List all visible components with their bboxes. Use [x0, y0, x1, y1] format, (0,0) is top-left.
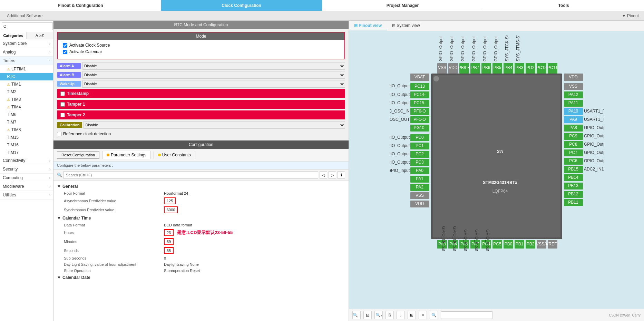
calendar-time-group-header[interactable]: ▼ Calendar Time	[57, 214, 345, 222]
chevron-right-icon: ›	[49, 193, 50, 197]
alarm-b-select[interactable]: Disable	[82, 71, 345, 79]
svg-text:PB1: PB1	[515, 242, 523, 246]
sidebar-item-timers[interactable]: Timers ˅	[0, 57, 53, 65]
sidebar-item-analog[interactable]: Analog ›	[0, 48, 53, 57]
tab-param-settings[interactable]: Parameter Settings	[102, 151, 151, 159]
param-search-input[interactable]	[64, 171, 318, 179]
tab-dot-yellow-icon	[158, 154, 161, 156]
svg-text:GPIO_Output: GPIO_Output	[482, 36, 487, 61]
tab-az[interactable]: A->Z	[27, 32, 53, 39]
sidebar-sub-lptim1[interactable]: ⚠ LPTIM1	[0, 65, 53, 73]
timestamp-checkbox[interactable]	[60, 91, 65, 96]
async-prediv-row: Asynchronous Predivider value 125	[57, 196, 345, 205]
sidebar-item-utilities[interactable]: Utilities ›	[0, 191, 53, 200]
prev-result-icon[interactable]: ◁	[320, 171, 327, 179]
svg-text:PA8: PA8	[569, 125, 577, 130]
search-chip-icon[interactable]: 🔍	[430, 311, 438, 319]
zoom-in-icon[interactable]: 🔍+	[352, 311, 361, 319]
sidebar-item-computing[interactable]: Computing ›	[0, 174, 53, 182]
nav-pinout[interactable]: Pinout & Configuration	[0, 0, 161, 11]
tamper1-row[interactable]: Tamper 1	[57, 100, 345, 109]
info-icon[interactable]: ℹ	[338, 171, 345, 179]
sidebar-item-middleware[interactable]: Middleware ›	[0, 182, 53, 191]
svg-text:RCC_OSC_IN: RCC_OSC_IN	[390, 109, 410, 114]
daylight-row: Day Light Saving: value of hour adjustme…	[57, 261, 345, 268]
sidebar-sub-tim17[interactable]: TIM17	[0, 149, 53, 156]
copy-icon[interactable]: ⎘	[386, 311, 394, 319]
sidebar-sub-rtc[interactable]: RTC	[0, 73, 53, 80]
warn-icon: ⚠	[7, 105, 10, 109]
next-result-icon[interactable]: ▷	[329, 171, 336, 179]
download-icon[interactable]: ↓	[397, 311, 405, 319]
general-group-header[interactable]: ▼ General	[57, 183, 345, 190]
svg-text:GPIO_Output: GPIO_Output	[584, 142, 604, 147]
svg-text:GPIO_Output: GPIO_Output	[390, 92, 410, 97]
chevron-right-icon: ›	[49, 185, 50, 188]
sidebar-sub-tim6[interactable]: TIM6	[0, 111, 53, 118]
calibration-label: Calibration	[57, 122, 82, 128]
activate-clock-checkbox[interactable]	[63, 43, 67, 48]
pinout-btn[interactable]: ▼ Pinout	[617, 13, 644, 18]
activate-calendar-checkbox[interactable]	[63, 50, 67, 54]
sidebar-tabs: Categories A->Z	[0, 32, 53, 39]
sidebar-item-system-core[interactable]: System Core ›	[0, 39, 53, 48]
tamper2-checkbox[interactable]	[60, 113, 65, 117]
sidebar-sub-tim7[interactable]: TIM7	[0, 118, 53, 126]
list-icon[interactable]: ≡	[419, 311, 427, 319]
tab-categories[interactable]: Categories	[0, 32, 27, 39]
sidebar-search-input[interactable]	[2, 22, 53, 30]
svg-text:PB2: PB2	[526, 242, 534, 246]
params-tree: ▼ General Hour Format Hourformat 24 Asyn…	[53, 181, 349, 321]
fit-icon[interactable]: ⊡	[363, 311, 372, 319]
chip-search-input[interactable]	[441, 311, 492, 319]
alarm-a-select[interactable]: Disable	[82, 62, 345, 70]
sidebar-sub-tim1[interactable]: ⚠ TIM1	[0, 80, 53, 88]
zoom-out-icon[interactable]: 🔍-	[374, 311, 383, 319]
svg-text:GPIO_Output: GPIO_Output	[584, 134, 604, 138]
tab-user-constants[interactable]: User Constants	[154, 151, 195, 159]
calibration-select[interactable]: Disable	[84, 121, 345, 129]
sidebar-item-security[interactable]: Security ›	[0, 165, 53, 174]
right-top-nav: ⊞ Pinout view ⊟ System view	[349, 21, 644, 31]
additional-software[interactable]: Additional Software	[0, 13, 49, 18]
sidebar-sub-tim3[interactable]: ⚠ TIM3	[0, 96, 53, 103]
warn-icon: ⚠	[7, 82, 10, 86]
tamper2-row[interactable]: Tamper 2	[57, 110, 345, 119]
sidebar-item-connectivity[interactable]: Connectivity ›	[0, 156, 53, 165]
mode-section: Mode Activate Clock Source Activate Cale…	[57, 32, 345, 59]
layout-icon[interactable]: ⊞	[408, 311, 416, 319]
ref-clock-checkbox[interactable]	[57, 132, 61, 136]
reset-config-button[interactable]: Reset Configuration	[57, 151, 99, 159]
warn-icon: ⚠	[7, 98, 10, 101]
chevron-right-icon: ›	[49, 159, 50, 163]
nav-tools[interactable]: Tools	[483, 0, 644, 11]
tab-system-view[interactable]: ⊟ System view	[387, 21, 425, 30]
nav-project[interactable]: Project Manager	[322, 0, 484, 11]
chevron-right-icon: ›	[49, 176, 50, 180]
svg-text:USART1_RX: USART1_RX	[584, 109, 604, 114]
minutes-row: Minutes 59	[57, 237, 345, 246]
sidebar-sub-tim8[interactable]: ⚠ TIM8	[0, 126, 53, 134]
calendar-date-group-header[interactable]: ▼ Calendar Date	[57, 274, 345, 281]
svg-text:PA9: PA9	[569, 117, 577, 122]
sidebar-sub-tim15[interactable]: TIM15	[0, 134, 53, 141]
warn-icon: ⚠	[7, 128, 10, 132]
calibration-row: Calibration Disable	[53, 121, 349, 129]
svg-text:GPIO_Output: GPIO_Output	[584, 125, 604, 130]
svg-text:GPIO_Input: GPIO_Input	[390, 168, 410, 173]
sidebar-sub-tim2[interactable]: TIM2	[0, 88, 53, 96]
timestamp-row[interactable]: Timestamp	[57, 89, 345, 98]
sidebar-sub-tim16[interactable]: TIM16	[0, 141, 53, 149]
svg-text:GPIO_Input: GPIO_Input	[474, 229, 479, 251]
svg-point-5	[433, 76, 439, 81]
warn-icon: ⚠	[7, 67, 10, 71]
svg-text:PF1-O: PF1-O	[413, 117, 426, 122]
tab-pinout-view[interactable]: ⊞ Pinout view	[349, 21, 387, 30]
config-section: Configuration Reset Configuration Parame…	[53, 140, 349, 321]
sidebar-sub-tim4[interactable]: ⚠ TIM4	[0, 103, 53, 111]
tamper1-checkbox[interactable]	[60, 102, 65, 107]
collapse-icon: ▼	[57, 216, 61, 221]
wakeup-select[interactable]: Disable	[82, 80, 345, 88]
svg-text:RCC_OSC_OUT: RCC_OSC_OUT	[390, 117, 410, 122]
nav-clock[interactable]: Clock Configuration	[161, 0, 322, 11]
